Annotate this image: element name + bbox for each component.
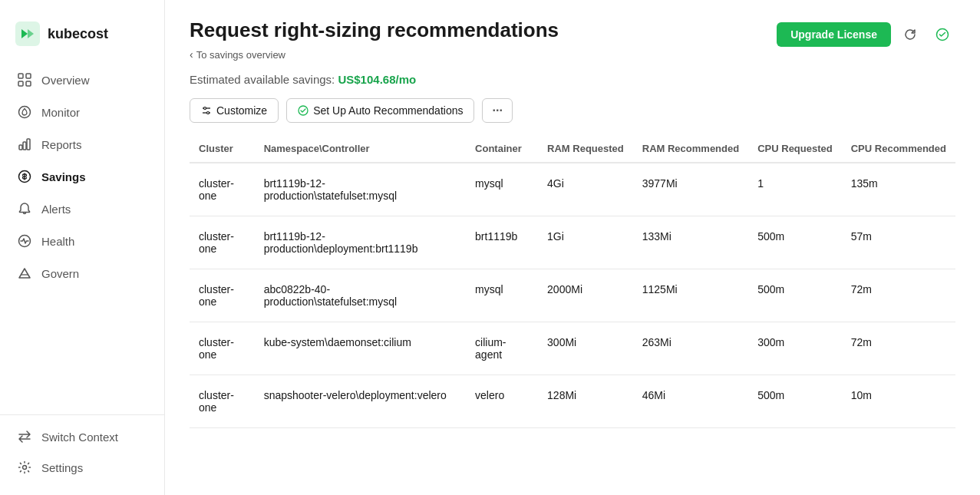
cell-ram-recommended: 3977Mi <box>633 163 748 216</box>
cell-cluster: cluster-one <box>190 375 255 428</box>
cell-ram-requested: 4Gi <box>538 163 633 216</box>
refresh-button[interactable] <box>897 21 923 48</box>
table-row: cluster-onebrt1119b-12-production\statef… <box>190 163 955 216</box>
header-actions: Upgrade License <box>777 21 955 48</box>
switch-icon <box>17 429 32 444</box>
col-namespace-controller: Namespace\Controller <box>255 135 466 163</box>
page-title: Request right-sizing recommendations <box>190 18 559 42</box>
check-button[interactable] <box>929 21 955 48</box>
svg-rect-6 <box>19 145 22 150</box>
svg-point-17 <box>299 106 308 115</box>
cell-namespace-controller: snapshooter-velero\deployment:velero <box>255 375 466 428</box>
auto-recommendations-button[interactable]: Set Up Auto Recommendations <box>286 98 474 123</box>
svg-point-11 <box>23 466 27 470</box>
sidebar-item-switch-context[interactable]: Switch Context <box>6 421 158 452</box>
sidebar-item-monitor[interactable]: Monitor <box>6 97 158 127</box>
cell-ram-recommended: 46Mi <box>633 375 748 428</box>
recommendations-table: Cluster Namespace\Controller Container R… <box>190 135 955 428</box>
nav-items: Overview Monitor Reports Savings <box>0 64 164 408</box>
health-icon <box>17 233 32 249</box>
sidebar-item-label-switch: Switch Context <box>41 431 118 444</box>
cell-container: mysql <box>466 269 538 322</box>
sidebar-item-govern[interactable]: Govern <box>6 258 158 289</box>
cell-cpu-requested: 500m <box>748 216 842 269</box>
svg-rect-7 <box>23 142 26 150</box>
cell-container: velero <box>466 375 538 428</box>
cell-ram-requested: 1Gi <box>538 216 633 269</box>
table-header-row: Cluster Namespace\Controller Container R… <box>190 135 955 163</box>
col-cluster: Cluster <box>190 135 255 163</box>
svg-rect-3 <box>18 81 23 86</box>
sidebar-item-label-health: Health <box>41 235 74 248</box>
bell-icon <box>17 201 32 216</box>
svg-point-16 <box>207 112 210 114</box>
data-table-container: Cluster Namespace\Controller Container R… <box>165 135 980 495</box>
cell-cluster: cluster-one <box>190 216 255 269</box>
sidebar-item-label-monitor: Monitor <box>41 106 80 119</box>
sidebar-item-label-savings: Savings <box>41 170 86 183</box>
cell-namespace-controller: abc0822b-40-production\statefulset:mysql <box>255 269 466 322</box>
breadcrumb[interactable]: ‹ To savings overview <box>190 48 559 61</box>
table-body: cluster-onebrt1119b-12-production\statef… <box>190 163 955 428</box>
cell-ram-recommended: 133Mi <box>633 216 748 269</box>
cell-cpu-recommended: 135m <box>842 163 955 216</box>
sidebar-item-alerts[interactable]: Alerts <box>6 193 158 224</box>
sidebar-item-label-reports: Reports <box>41 138 82 151</box>
cell-ram-recommended: 263Mi <box>633 322 748 375</box>
table-row: cluster-oneabc0822b-40-production\statef… <box>190 269 955 322</box>
col-cpu-requested: CPU Requested <box>748 135 842 163</box>
auto-icon <box>298 105 309 116</box>
cell-ram-requested: 2000Mi <box>538 269 633 322</box>
sidebar-item-savings[interactable]: Savings <box>6 161 158 192</box>
cell-ram-recommended: 1125Mi <box>633 269 748 322</box>
table-row: cluster-onesnapshooter-velero\deployment… <box>190 375 955 428</box>
cell-cpu-recommended: 72m <box>842 269 955 322</box>
cell-cpu-requested: 1 <box>748 163 842 216</box>
col-cpu-recommended: CPU Recommended <box>842 135 955 163</box>
breadcrumb-arrow-icon: ‹ <box>190 48 193 61</box>
logo[interactable]: kubecost <box>0 12 164 64</box>
logo-text: kubecost <box>48 26 108 42</box>
more-label: ··· <box>492 104 502 117</box>
cell-container: brt1119b <box>466 216 538 269</box>
auto-label: Set Up Auto Recommendations <box>313 104 463 117</box>
col-ram-requested: RAM Requested <box>538 135 633 163</box>
sidebar-item-label-settings: Settings <box>41 461 83 474</box>
svg-rect-8 <box>27 139 30 150</box>
sidebar-item-settings[interactable]: Settings <box>6 452 158 483</box>
cell-container: cilium-agent <box>466 322 538 375</box>
sliders-icon <box>201 105 212 116</box>
sidebar-item-overview[interactable]: Overview <box>6 64 158 95</box>
cell-cpu-recommended: 10m <box>842 375 955 428</box>
cell-container: mysql <box>466 163 538 216</box>
table-header: Cluster Namespace\Controller Container R… <box>190 135 955 163</box>
bar-chart-icon <box>17 137 32 152</box>
cell-ram-requested: 300Mi <box>538 322 633 375</box>
svg-rect-2 <box>26 74 31 78</box>
customize-button[interactable]: Customize <box>190 98 279 123</box>
sidebar-item-label-alerts: Alerts <box>41 203 71 216</box>
kubecost-logo-icon <box>15 21 40 46</box>
more-button[interactable]: ··· <box>482 98 512 123</box>
savings-label: Estimated available savings: <box>190 73 335 86</box>
svg-rect-4 <box>26 81 31 86</box>
upgrade-license-button[interactable]: Upgrade License <box>777 22 891 47</box>
header-left: Request right-sizing recommendations ‹ T… <box>190 18 559 61</box>
sidebar-item-label-govern: Govern <box>41 267 79 280</box>
table-row: cluster-onebrt1119b-12-production\deploy… <box>190 216 955 269</box>
monitor-icon <box>17 104 32 120</box>
sidebar: kubecost Overview Monitor Reports <box>0 0 165 495</box>
sidebar-item-health[interactable]: Health <box>6 226 158 256</box>
cell-cluster: cluster-one <box>190 163 255 216</box>
govern-icon <box>17 266 32 281</box>
table-row: cluster-onekube-system\daemonset:ciliumc… <box>190 322 955 375</box>
refresh-icon <box>903 28 917 41</box>
toolbar: Customize Set Up Auto Recommendations ··… <box>165 98 980 135</box>
customize-label: Customize <box>216 104 267 117</box>
cell-cpu-recommended: 72m <box>842 322 955 375</box>
cell-cpu-requested: 300m <box>748 322 842 375</box>
cell-cluster: cluster-one <box>190 322 255 375</box>
sidebar-item-reports[interactable]: Reports <box>6 129 158 160</box>
cell-namespace-controller: brt1119b-12-production\deployment:brt111… <box>255 216 466 269</box>
savings-icon <box>17 169 32 184</box>
